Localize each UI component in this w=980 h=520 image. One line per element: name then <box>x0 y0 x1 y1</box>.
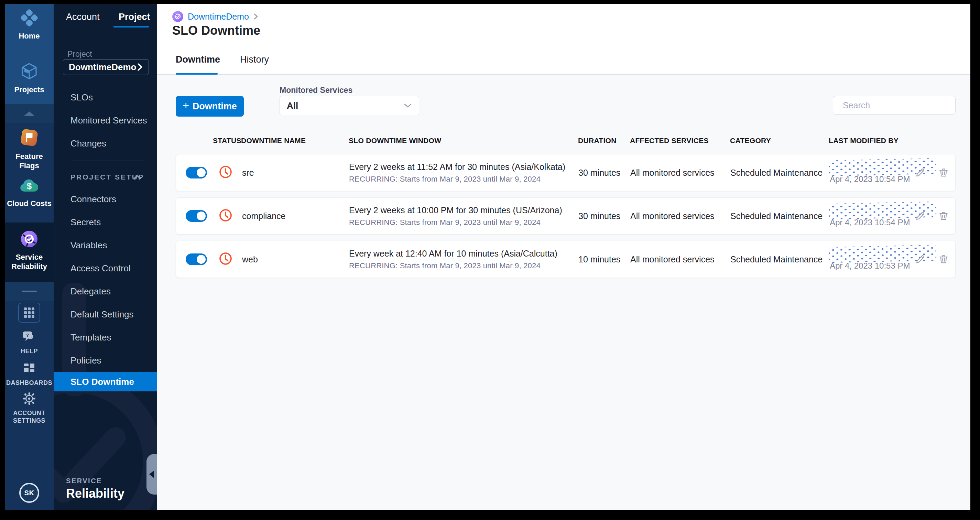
project-setup-header[interactable]: PROJECT SETUP <box>54 167 157 188</box>
delete-icon[interactable] <box>939 254 949 266</box>
sidebar-item-slos[interactable]: SLOs <box>54 86 157 109</box>
edit-icon[interactable] <box>915 167 925 179</box>
sidebar-item-cloud-costs[interactable]: $ Cloud Costs <box>5 177 54 208</box>
status-toggle[interactable] <box>186 253 207 265</box>
secondary-sidebar: Account Project Project DowntimeDemo SLO… <box>54 4 157 510</box>
monitored-services-label: Monitored Services <box>280 86 352 95</box>
feature-flags-icon <box>20 128 39 149</box>
tab-downtime[interactable]: Downtime <box>176 54 220 65</box>
affected-services: All monitored services <box>630 211 714 221</box>
last-modified-cell: Apr 4, 2023 10:54 PM <box>829 198 956 234</box>
new-downtime-button[interactable]: + Downtime <box>176 96 244 116</box>
sidebar-item-feature-flags[interactable]: Feature Flags <box>5 128 54 170</box>
recurring-clock-icon <box>219 165 232 180</box>
grid-icon <box>24 307 34 318</box>
column-header-modified: LAST MODIFIED BY <box>829 137 899 145</box>
sidebar-item-slo-downtime[interactable]: SLO Downtime <box>54 372 157 391</box>
edit-icon[interactable] <box>915 254 925 266</box>
table-body: sre Every 2 weeks at 11:52 AM for 30 min… <box>176 154 956 278</box>
downtime-name: compliance <box>242 211 285 221</box>
sidebar-item-connectors[interactable]: Connectors <box>54 188 157 211</box>
divider-dash <box>22 291 37 292</box>
tab-history[interactable]: History <box>240 54 269 65</box>
page-body: + Downtime Monitored Services All STATUS… <box>157 75 970 510</box>
affected-services: All monitored services <box>630 168 714 178</box>
sidebar-item-templates[interactable]: Templates <box>54 326 157 349</box>
breadcrumb-project-link[interactable]: DowntimeDemo <box>188 12 249 22</box>
sidebar-item-projects[interactable]: Projects <box>5 62 54 94</box>
column-header-category: CATEGORY <box>730 137 771 145</box>
sidebar-collapse-button[interactable] <box>146 454 157 495</box>
home-icon <box>20 9 38 28</box>
active-tab-underline <box>113 26 149 27</box>
sidebar-item-variables[interactable]: Variables <box>54 234 157 257</box>
status-toggle[interactable] <box>186 167 207 178</box>
service-reliability-icon <box>20 229 39 250</box>
window-recurrence: RECURRING: Starts from Mar 9, 2023 until… <box>349 175 565 184</box>
nav-collapse-strip[interactable] <box>5 104 54 123</box>
downtime-window: Every 2 weeks at 11:52 AM for 30 minutes… <box>349 162 565 184</box>
sidebar-item-monitored-services[interactable]: Monitored Services <box>54 109 157 132</box>
table-row: compliance Every 2 weeks at 10:00 PM for… <box>176 197 956 235</box>
breadcrumb: DowntimeDemo <box>172 11 258 22</box>
window-schedule: Every 2 weeks at 10:00 PM for 30 minutes… <box>349 205 562 215</box>
edit-icon[interactable] <box>915 211 925 223</box>
downtime-window: Every 2 weeks at 10:00 PM for 30 minutes… <box>349 205 562 227</box>
downtime-name: web <box>242 254 258 264</box>
module-launcher-button[interactable] <box>18 303 40 323</box>
window-recurrence: RECURRING: Starts from Mar 9, 2023 until… <box>349 218 562 227</box>
project-selector[interactable]: DowntimeDemo <box>63 59 149 75</box>
window-schedule: Every 2 weeks at 11:52 AM for 30 minutes… <box>349 162 565 172</box>
sidebar-item-policies[interactable]: Policies <box>54 349 157 372</box>
category: Scheduled Maintenance <box>730 211 822 221</box>
sidebar-item-account-settings[interactable]: ACCOUNT SETTINGS <box>5 392 54 425</box>
user-avatar[interactable]: SK <box>19 483 39 503</box>
tab-project[interactable]: Project <box>119 12 150 22</box>
sidebar-item-changes[interactable]: Changes <box>54 132 157 155</box>
downtime-window: Every week at 12:40 AM for 10 minutes (A… <box>349 249 557 270</box>
column-header-duration: DURATION <box>578 137 617 145</box>
sidebar-item-dashboards[interactable]: DASHBOARDS <box>5 363 54 386</box>
sidebar-item-home[interactable]: Home <box>5 9 54 41</box>
column-header-window: SLO DOWNTIME WINDOW <box>349 137 441 145</box>
chevron-right-icon <box>137 63 143 71</box>
search-input[interactable] <box>843 100 953 110</box>
module-footer: SERVICE Reliability <box>66 477 124 501</box>
sidebar-menu: SLOs Monitored Services Changes PROJECT … <box>54 86 157 391</box>
main-content: DowntimeDemo SLO Downtime Downtime Histo… <box>157 4 970 510</box>
column-header-status: STATUS <box>213 137 242 145</box>
column-header-affected: AFFECTED SERVICES <box>630 137 709 145</box>
status-toggle[interactable] <box>186 210 207 222</box>
toolbar-divider <box>262 90 262 124</box>
category: Scheduled Maintenance <box>730 168 822 178</box>
sidebar-item-delegates[interactable]: Delegates <box>54 280 157 303</box>
app-window: Home Projects Feature Flags $ Cloud Cost… <box>5 4 970 510</box>
column-header-name: DOWNTIME NAME <box>241 137 306 145</box>
sidebar-item-default-settings[interactable]: Default Settings <box>54 303 157 326</box>
recurring-clock-icon <box>219 208 232 224</box>
page-header: DowntimeDemo SLO Downtime <box>157 4 970 45</box>
search-box <box>833 96 956 114</box>
monitored-services-dropdown[interactable]: All <box>280 96 419 115</box>
sidebar-item-help[interactable]: ? HELP <box>5 331 54 355</box>
category: Scheduled Maintenance <box>730 254 822 264</box>
delete-icon[interactable] <box>939 167 949 179</box>
chevron-right-icon <box>253 13 258 20</box>
chevron-left-icon <box>149 471 154 478</box>
duration: 30 minutes <box>578 211 620 221</box>
chevron-up-icon <box>133 174 141 180</box>
sidebar-item-secrets[interactable]: Secrets <box>54 211 157 234</box>
duration: 10 minutes <box>578 254 620 264</box>
table-header-row: STATUS DOWNTIME NAME SLO DOWNTIME WINDOW… <box>176 137 956 147</box>
affected-services: All monitored services <box>630 254 714 264</box>
last-modified-timestamp: Apr 4, 2023 10:54 PM <box>830 174 910 184</box>
plus-icon: + <box>183 99 189 112</box>
delete-icon[interactable] <box>939 211 949 223</box>
tab-account[interactable]: Account <box>66 12 100 22</box>
svg-text:?: ? <box>26 332 29 338</box>
last-modified-cell: Apr 4, 2023 10:54 PM <box>829 154 956 191</box>
sidebar-item-access-control[interactable]: Access Control <box>54 257 157 280</box>
last-modified-timestamp: Apr 4, 2023 10:54 PM <box>830 218 910 227</box>
svg-text:$: $ <box>27 181 32 191</box>
sidebar-item-service-reliability[interactable]: Service Reliability <box>5 229 54 271</box>
